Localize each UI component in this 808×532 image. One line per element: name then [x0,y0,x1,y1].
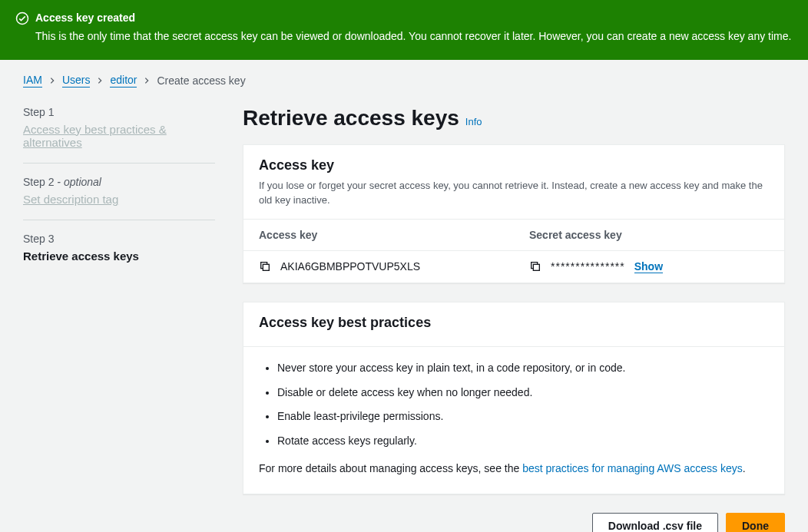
success-banner: Access key created This is the only time… [0,0,808,60]
page-title: Retrieve access keys Info [243,106,785,131]
banner-body: This is the only time that the secret ac… [35,28,791,45]
best-practices-panel: Access key best practices Never store yo… [243,302,785,494]
svg-rect-2 [533,265,539,271]
chevron-right-icon [143,74,151,87]
wizard-step-3: Step 3 Retrieve access keys [23,233,215,276]
list-item: Rotate access keys regularly. [277,434,769,449]
wizard-sidebar: Step 1 Access key best practices & alter… [23,106,215,532]
access-key-panel: Access key If you lose or forget your se… [243,144,785,283]
wizard-step-1[interactable]: Step 1 Access key best practices & alter… [23,106,215,164]
success-check-icon [15,12,29,25]
copy-icon[interactable] [529,260,541,273]
list-item: Enable least-privilege permissions. [277,409,769,425]
svg-point-0 [17,13,28,25]
col-header-access-key: Access key [243,220,514,250]
step-title: Set description tag [23,193,215,206]
svg-rect-1 [263,265,269,271]
panel-title: Access key best practices [259,315,769,331]
panel-desc: If you lose or forget your secret access… [259,178,769,208]
breadcrumb-current: Create access key [157,74,245,87]
info-link[interactable]: Info [465,116,482,127]
wizard-step-2[interactable]: Step 2 - optional Set description tag [23,176,215,220]
list-item: Disable or delete access key when no lon… [277,385,769,401]
breadcrumb: IAM Users editor Create access key [23,74,785,88]
panel-title: Access key [259,157,769,173]
breadcrumb-iam[interactable]: IAM [23,74,42,88]
show-secret-link[interactable]: Show [634,260,663,273]
done-button[interactable]: Done [726,513,785,532]
breadcrumb-editor[interactable]: editor [110,74,137,88]
access-key-value: AKIA6GBMBPPOTVUP5XLS [280,260,420,273]
chevron-right-icon [48,74,56,87]
step-title: Retrieve access keys [23,249,215,263]
download-csv-button[interactable]: Download .csv file [592,513,718,532]
action-bar: Download .csv file Done [243,513,785,532]
more-details-text: For more details about managing access k… [259,461,769,477]
secret-masked: *************** [551,260,625,273]
copy-icon[interactable] [259,260,271,273]
list-item: Never store your access key in plain tex… [277,361,769,376]
banner-title: Access key created [35,11,791,26]
breadcrumb-users[interactable]: Users [62,74,91,88]
chevron-right-icon [96,74,104,87]
step-title: Access key best practices & alternatives [23,123,215,149]
best-practices-link[interactable]: best practices for managing AWS access k… [522,462,743,474]
col-header-secret: Secret access key [514,220,784,250]
